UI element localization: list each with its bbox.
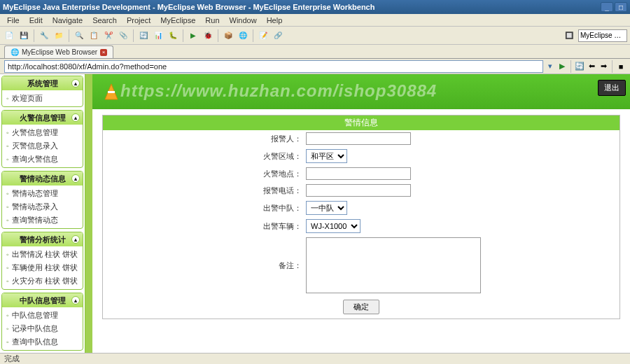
textarea-remark[interactable] [306, 237, 481, 293]
run-icon[interactable]: ▶ [187, 29, 200, 42]
window-buttons: _ □ [601, 2, 627, 12]
collapse-icon[interactable]: ▴ [71, 235, 80, 244]
sidebar-item[interactable]: 查询中队信息 [6, 337, 78, 347]
maximize-button[interactable]: □ [615, 2, 627, 12]
nav-icon[interactable]: ⬅ [587, 62, 596, 71]
menu-window[interactable]: Window [225, 15, 261, 25]
debug-icon[interactable]: 🐞 [202, 29, 214, 42]
tool-icon[interactable]: 📝 [257, 29, 270, 42]
select-squad[interactable]: 一中队 [306, 201, 347, 215]
menu-edit[interactable]: Edit [25, 15, 47, 25]
sidebar-panel: 系统管理▴欢迎页面 [1, 76, 83, 107]
sidebar-item[interactable]: 火灾分布 柱状 饼状 [6, 276, 78, 286]
svg-rect-1 [108, 91, 115, 93]
tool-icon[interactable]: 📦 [222, 29, 234, 42]
status-text: 完成 [4, 354, 20, 364]
nav-icon[interactable]: ➡ [598, 62, 608, 71]
tool-icon[interactable]: 🔄 [137, 29, 150, 42]
form-row-squad: 出警中队： 一中队 [103, 199, 620, 217]
panel-header[interactable]: 警情分析统计▴ [2, 232, 83, 246]
panel-body: 警情动态管理警情动态录入查询警情动态 [2, 186, 83, 228]
sidebar-item[interactable]: 中队信息管理 [6, 310, 78, 321]
collapse-icon[interactable]: ▴ [71, 174, 80, 183]
sidebar-item[interactable]: 出警情况 柱状 饼状 [6, 249, 78, 260]
dropdown-icon[interactable]: ▾ [545, 62, 555, 71]
menu-navigate[interactable]: Navigate [48, 15, 87, 25]
tool-icon[interactable]: 📁 [52, 29, 65, 42]
sidebar-item[interactable]: 车辆使用 柱状 饼状 [6, 262, 78, 273]
panel-header[interactable]: 火警信息管理▴ [2, 111, 83, 125]
tool-icon[interactable]: 🐛 [167, 29, 179, 42]
select-area[interactable]: 和平区 [306, 149, 347, 163]
perspective-icon[interactable]: 🔲 [563, 29, 575, 42]
sidebar-item[interactable]: 查询警情动态 [6, 215, 78, 225]
panel-body: 出警情况 柱状 饼状车辆使用 柱状 饼状火灾分布 柱状 饼状 [2, 246, 83, 289]
tool-icon[interactable]: 🔧 [38, 29, 50, 42]
label-squad: 出警中队： [103, 203, 306, 214]
input-reporter[interactable] [306, 132, 411, 145]
sidebar-item[interactable]: 灭警信息录入 [6, 141, 78, 151]
sidebar-item[interactable]: 警情动态管理 [6, 188, 78, 199]
sidebar-scrollbar[interactable] [85, 74, 92, 353]
collapse-icon[interactable]: ▴ [71, 79, 80, 88]
tool-icon[interactable]: 📎 [117, 29, 130, 42]
main-area: https://www.huzhan.com/ishop30884 退出 警情信… [92, 74, 630, 353]
editor-tabs: 🌐 MyEclipse Web Browser × [0, 45, 630, 59]
separator [34, 29, 34, 42]
tool-icon[interactable]: 🌐 [237, 29, 249, 42]
panel-title: 警情动态信息 [20, 174, 66, 184]
sidebar-item[interactable]: 欢迎页面 [6, 93, 78, 104]
tool-icon[interactable]: 📊 [152, 29, 164, 42]
exit-button[interactable]: 退出 [598, 80, 626, 96]
main-toolbar: 📄 💾 🔧 📁 🔍 📋 ✂️ 📎 🔄 📊 🐛 ▶ 🐞 📦 🌐 📝 🔗 🔲 MyE… [0, 27, 630, 45]
sidebar-item[interactable]: 火警信息管理 [6, 127, 78, 138]
close-icon[interactable]: × [100, 49, 107, 56]
panel-body: 火警信息管理灭警信息录入查询火警信息 [2, 125, 83, 167]
stop-icon[interactable]: ■ [616, 62, 626, 71]
minimize-button[interactable]: _ [601, 2, 613, 12]
nav-icon[interactable]: 🔄 [575, 62, 584, 71]
menu-myeclipse[interactable]: MyEclipse [156, 15, 200, 25]
sidebar-panel: 火警信息管理▴火警信息管理灭警信息录入查询火警信息 [1, 110, 83, 168]
collapse-icon[interactable]: ▴ [71, 113, 80, 122]
perspective-label[interactable]: MyEclipse … [578, 29, 627, 42]
sidebar-item[interactable]: 查询火警信息 [6, 154, 78, 164]
tab-browser[interactable]: 🌐 MyEclipse Web Browser × [4, 46, 113, 58]
globe-icon: 🌐 [10, 48, 19, 56]
sidebar: 系统管理▴欢迎页面火警信息管理▴火警信息管理灭警信息录入查询火警信息警情动态信息… [0, 74, 85, 353]
sidebar-item[interactable]: 记录中队信息 [6, 323, 78, 334]
label-phone: 报警电话： [103, 186, 306, 196]
tool-icon[interactable]: ✂️ [102, 29, 115, 42]
label-location: 火警地点： [103, 169, 306, 179]
url-bar: ▾ ▶ 🔄 ⬅ ➡ ■ [0, 59, 630, 74]
menu-search[interactable]: Search [88, 15, 121, 25]
go-icon[interactable]: ▶ [557, 62, 567, 71]
menu-project[interactable]: Project [122, 15, 155, 25]
label-area: 火警区域： [103, 151, 306, 162]
collapse-icon[interactable]: ▴ [71, 296, 80, 304]
panel-header[interactable]: 系统管理▴ [2, 76, 83, 90]
tool-icon[interactable]: 🔗 [272, 29, 284, 42]
menu-help[interactable]: Help [262, 15, 287, 25]
form-row-area: 火警区域： 和平区 [103, 147, 620, 165]
input-phone[interactable] [306, 184, 411, 197]
tool-icon[interactable]: 📋 [88, 29, 100, 42]
save-icon[interactable]: 💾 [18, 29, 30, 42]
url-input[interactable] [4, 60, 543, 73]
watermark-text: https://www.huzhan.com/ishop30884 [120, 81, 437, 101]
input-location[interactable] [306, 167, 411, 180]
submit-button[interactable]: 确定 [343, 300, 379, 314]
form-row-remark: 备注： [103, 235, 620, 295]
panel-header[interactable]: 中队信息管理▴ [2, 293, 83, 307]
sidebar-item[interactable]: 警情动态录入 [6, 202, 78, 212]
panel-body: 中队信息管理记录中队信息查询中队信息 [2, 307, 83, 350]
sidebar-panel: 警情动态信息▴警情动态管理警情动态录入查询警情动态 [1, 171, 83, 229]
tool-icon[interactable]: 🔍 [73, 29, 85, 42]
menu-file[interactable]: File [3, 15, 24, 25]
label-reporter: 报警人： [103, 134, 306, 144]
select-vehicle[interactable]: WJ-X1000 [306, 219, 360, 233]
menu-run[interactable]: Run [201, 15, 223, 25]
submit-row: 确定 [103, 295, 620, 318]
new-icon[interactable]: 📄 [3, 29, 15, 42]
panel-header[interactable]: 警情动态信息▴ [2, 172, 83, 186]
